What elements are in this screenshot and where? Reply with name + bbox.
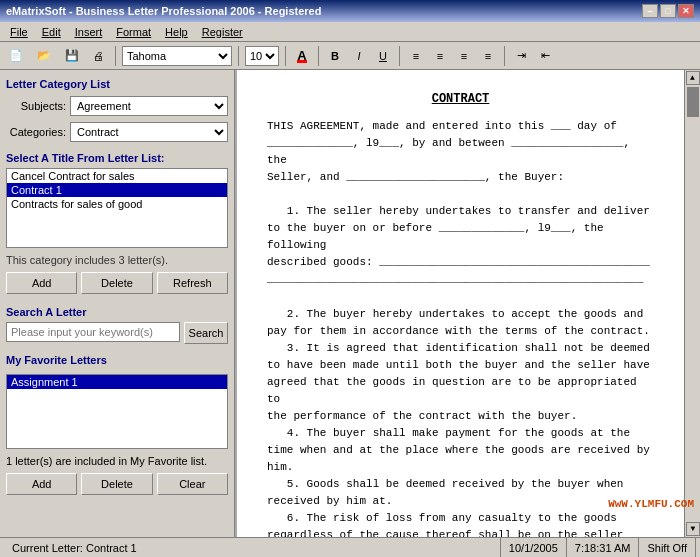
letter-list[interactable]: Cancel Contract for sales Contract 1 Con… [6, 168, 228, 248]
align-right-button[interactable]: ≡ [454, 45, 474, 67]
fav-count-info: 1 letter(s) are included in My Favorite … [6, 455, 228, 467]
toolbar-sep-1 [115, 46, 116, 66]
document-content: CONTRACT THIS AGREEMENT, made and entere… [267, 90, 654, 537]
subjects-label: Subjects: [6, 100, 66, 112]
scrollbar[interactable]: ▲ ▼ [684, 70, 700, 537]
menu-help[interactable]: Help [159, 25, 194, 39]
toolbar-sep-5 [399, 46, 400, 66]
document-title: CONTRACT [267, 90, 654, 108]
save-button[interactable]: 💾 [60, 45, 84, 67]
menu-register[interactable]: Register [196, 25, 249, 39]
categories-row: Categories: Contract [6, 122, 228, 142]
fav-btn-row: Add Delete Clear [6, 473, 228, 495]
toolbar: 📄 📂 💾 🖨 Tahoma 10 A B I U ≡ ≡ ≡ ≡ ⇥ ⇤ [0, 42, 700, 70]
font-size-select[interactable]: 10 [245, 46, 279, 66]
scroll-thumb [687, 87, 699, 117]
title-bar: eMatrixSoft - Business Letter Profession… [0, 0, 700, 22]
date-status: 10/1/2005 [501, 538, 567, 557]
search-row: Search [6, 322, 228, 344]
search-section: Search A Letter Search [6, 302, 228, 344]
new-button[interactable]: 📄 [4, 45, 28, 67]
document-body: THIS AGREEMENT, made and entered into th… [267, 118, 654, 537]
toolbar-sep-3 [285, 46, 286, 66]
fav-clear-button[interactable]: Clear [157, 473, 228, 495]
bold-button[interactable]: B [325, 45, 345, 67]
left-panel: Letter Category List Subjects: Agreement… [0, 70, 235, 537]
status-bar: Current Letter: Contract 1 10/1/2005 7:1… [0, 537, 700, 557]
title-controls: – □ ✕ [642, 4, 694, 18]
letter-item-cancel[interactable]: Cancel Contract for sales [7, 169, 227, 183]
open-button[interactable]: 📂 [32, 45, 56, 67]
scroll-up-btn[interactable]: ▲ [686, 71, 700, 85]
search-button[interactable]: Search [184, 322, 228, 344]
app-title: eMatrixSoft - Business Letter Profession… [6, 5, 321, 17]
toolbar-sep-4 [318, 46, 319, 66]
refresh-letter-button[interactable]: Refresh [157, 272, 228, 294]
category-list-title: Letter Category List [6, 76, 228, 92]
close-button[interactable]: ✕ [678, 4, 694, 18]
watermark: WwW.YLMFU.COM [608, 496, 694, 513]
fav-delete-button[interactable]: Delete [81, 473, 152, 495]
shift-status: Shift Off [639, 538, 696, 557]
document-panel[interactable]: ▲ ▼ CONTRACT THIS AGREEMENT, made and en… [235, 70, 700, 537]
search-input[interactable] [6, 322, 180, 342]
menu-format[interactable]: Format [110, 25, 157, 39]
font-color-button[interactable]: A [292, 45, 312, 67]
justify-button[interactable]: ≡ [478, 45, 498, 67]
fav-title: My Favorite Letters [6, 354, 228, 366]
time-status: 7:18:31 AM [567, 538, 640, 557]
menu-insert[interactable]: Insert [69, 25, 109, 39]
delete-letter-button[interactable]: Delete [81, 272, 152, 294]
font-select[interactable]: Tahoma [122, 46, 232, 66]
menu-file[interactable]: File [4, 25, 34, 39]
menu-bar: File Edit Insert Format Help Register [0, 22, 700, 42]
letter-item-contract1[interactable]: Contract 1 [7, 183, 227, 197]
subjects-select[interactable]: Agreement [70, 96, 228, 116]
toolbar-sep-2 [238, 46, 239, 66]
subjects-row: Subjects: Agreement [6, 96, 228, 116]
indent-button[interactable]: ⇥ [511, 45, 531, 67]
current-letter-status: Current Letter: Contract 1 [4, 538, 501, 557]
fav-list[interactable]: Assignment 1 [6, 374, 228, 449]
maximize-button[interactable]: □ [660, 4, 676, 18]
print-button[interactable]: 🖨 [88, 45, 109, 67]
underline-button[interactable]: U [373, 45, 393, 67]
outdent-button[interactable]: ⇤ [535, 45, 555, 67]
fav-item-assignment1[interactable]: Assignment 1 [7, 375, 227, 389]
letter-item-contracts-sales[interactable]: Contracts for sales of good [7, 197, 227, 211]
letter-count-info: This category includes 3 letter(s). [6, 254, 228, 266]
fav-add-button[interactable]: Add [6, 473, 77, 495]
select-title: Select A Title From Letter List: [6, 152, 228, 164]
italic-button[interactable]: I [349, 45, 369, 67]
minimize-button[interactable]: – [642, 4, 658, 18]
align-center-button[interactable]: ≡ [430, 45, 450, 67]
toolbar-sep-6 [504, 46, 505, 66]
categories-select[interactable]: Contract [70, 122, 228, 142]
search-title: Search A Letter [6, 306, 228, 318]
align-left-button[interactable]: ≡ [406, 45, 426, 67]
scroll-down-btn[interactable]: ▼ [686, 522, 700, 536]
add-letter-button[interactable]: Add [6, 272, 77, 294]
categories-label: Categories: [6, 126, 66, 138]
menu-edit[interactable]: Edit [36, 25, 67, 39]
letter-btn-row: Add Delete Refresh [6, 272, 228, 294]
main-area: Letter Category List Subjects: Agreement… [0, 70, 700, 537]
